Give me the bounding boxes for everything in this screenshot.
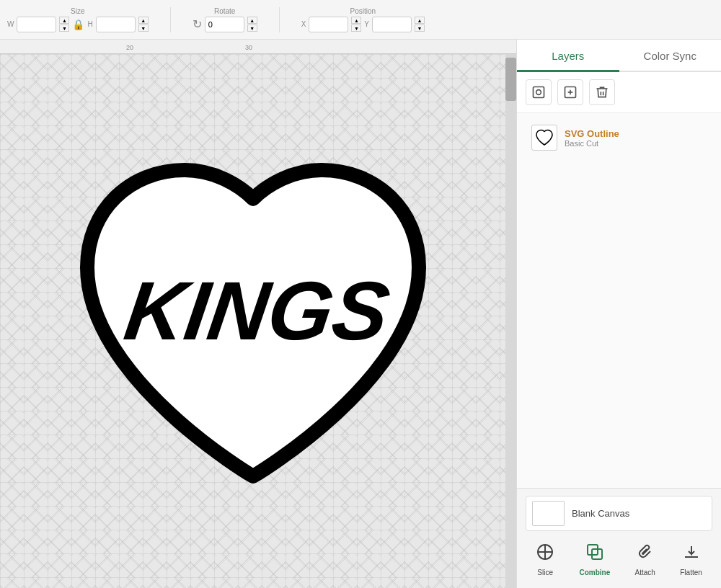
blank-canvas-thumb xyxy=(532,501,565,526)
x-input[interactable] xyxy=(309,17,348,32)
svg-text:KINGS: KINGS xyxy=(119,264,394,356)
screenshot-btn[interactable] xyxy=(526,79,552,105)
size-label: Size xyxy=(71,7,84,15)
x-label: X xyxy=(301,20,306,28)
scrollbar-vertical[interactable] xyxy=(505,54,516,588)
flatten-btn[interactable]: Flatten xyxy=(674,538,708,581)
slice-icon xyxy=(536,543,554,566)
x-down[interactable]: ▼ xyxy=(351,24,361,32)
rotate-spinner: ▲ ▼ xyxy=(247,17,257,32)
tab-layers[interactable]: Layers xyxy=(517,40,619,71)
layer-info: SVG Outline Basic Cut xyxy=(565,128,619,148)
size-group: Size W ▲ ▼ 🔒 H ▲ ▼ xyxy=(7,7,149,32)
combine-icon xyxy=(585,543,604,566)
width-input[interactable] xyxy=(17,17,56,32)
rotate-up[interactable]: ▲ xyxy=(247,17,257,24)
h-label: H xyxy=(87,20,92,28)
layer-name: SVG Outline xyxy=(565,128,619,139)
toolbar: Size W ▲ ▼ 🔒 H ▲ ▼ Rotate ↻ ▲ ▼ xyxy=(0,0,721,40)
layer-item-svg[interactable]: SVG Outline Basic Cut xyxy=(526,120,712,155)
scrollbar-thumb-v[interactable] xyxy=(505,58,516,101)
width-up[interactable]: ▲ xyxy=(59,17,69,24)
y-up[interactable]: ▲ xyxy=(415,17,425,24)
bottom-actions: Slice Combine xyxy=(526,538,712,581)
layer-thumbnail xyxy=(531,125,557,151)
w-label: W xyxy=(7,20,14,28)
lock-icon: 🔒 xyxy=(72,19,84,30)
layer-sub: Basic Cut xyxy=(565,139,619,148)
x-spinner: ▲ ▼ xyxy=(351,17,361,32)
position-group: Position X ▲ ▼ Y ▲ ▼ xyxy=(301,7,425,32)
rotate-label: Rotate xyxy=(214,7,235,15)
width-down[interactable]: ▼ xyxy=(59,24,69,32)
layer-thumb-svg xyxy=(534,128,554,148)
right-panel: Layers Color Sync xyxy=(516,40,721,588)
attach-icon xyxy=(636,543,655,566)
rotate-icon: ↻ xyxy=(193,17,202,31)
position-label: Position xyxy=(350,7,376,15)
kings-heart-design: KINGS xyxy=(48,123,459,520)
rotate-down[interactable]: ▼ xyxy=(247,24,257,32)
y-label: Y xyxy=(364,20,369,28)
slice-label: Slice xyxy=(537,569,553,576)
ruler-mark-30: 30 xyxy=(245,44,252,51)
attach-label: Attach xyxy=(635,569,655,576)
divider-2 xyxy=(279,7,280,32)
main-area: 20 30 KINGS KINGS xyxy=(0,40,721,588)
rotate-group: Rotate ↻ ▲ ▼ xyxy=(193,7,257,32)
height-down[interactable]: ▼ xyxy=(138,24,149,32)
ruler-top: 20 30 xyxy=(0,40,516,54)
svg-point-3 xyxy=(536,90,541,95)
panel-toolbar xyxy=(517,72,721,113)
design-area[interactable]: KINGS KINGS xyxy=(0,54,505,588)
tab-color-sync[interactable]: Color Sync xyxy=(619,40,722,71)
blank-canvas-label: Blank Canvas xyxy=(572,508,629,519)
width-spinner: ▲ ▼ xyxy=(59,17,69,32)
x-up[interactable]: ▲ xyxy=(351,17,361,24)
delete-layer-btn[interactable] xyxy=(589,79,615,105)
slice-btn[interactable]: Slice xyxy=(530,538,560,581)
bottom-panel: Blank Canvas Slice xyxy=(517,488,721,588)
attach-btn[interactable]: Attach xyxy=(629,538,661,581)
flatten-label: Flatten xyxy=(680,569,702,576)
panel-tabs: Layers Color Sync xyxy=(517,40,721,72)
y-down[interactable]: ▼ xyxy=(415,24,425,32)
add-layer-btn[interactable] xyxy=(557,79,583,105)
y-spinner: ▲ ▼ xyxy=(415,17,425,32)
y-input[interactable] xyxy=(372,17,412,32)
height-input[interactable] xyxy=(96,17,136,32)
divider-1 xyxy=(170,7,171,32)
layers-list: SVG Outline Basic Cut xyxy=(517,113,721,488)
ruler-mark-20: 20 xyxy=(126,44,133,51)
svg-rect-2 xyxy=(534,87,544,98)
combine-btn[interactable]: Combine xyxy=(573,538,616,581)
height-up[interactable]: ▲ xyxy=(138,17,149,24)
canvas-area[interactable]: 20 30 KINGS KINGS xyxy=(0,40,516,588)
height-spinner: ▲ ▼ xyxy=(138,17,149,32)
blank-canvas-row[interactable]: Blank Canvas xyxy=(526,496,712,531)
flatten-icon xyxy=(682,543,701,566)
combine-label: Combine xyxy=(579,569,610,576)
rotate-input[interactable] xyxy=(205,17,244,32)
